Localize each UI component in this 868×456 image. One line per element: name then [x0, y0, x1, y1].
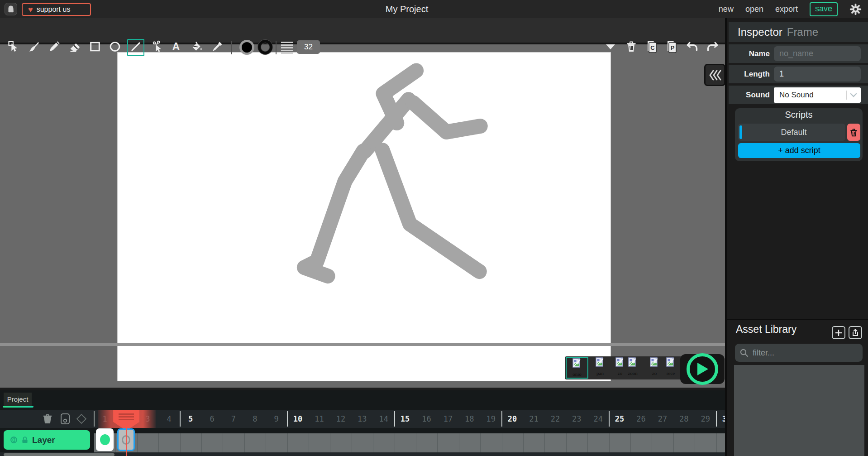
- frame-number-29[interactable]: 29: [695, 410, 716, 428]
- pencil-tool-button[interactable]: [46, 39, 63, 56]
- frame-number-9[interactable]: 9: [266, 410, 287, 428]
- ellipse-tool-button[interactable]: [106, 39, 124, 56]
- line-tool-button[interactable]: [127, 39, 144, 56]
- cell-line: [609, 433, 610, 452]
- export-asset-button[interactable]: [849, 326, 862, 339]
- script-name: Default: [742, 128, 845, 137]
- stroke-width-input[interactable]: 32: [297, 40, 320, 54]
- play-icon: [696, 362, 709, 376]
- copy-button[interactable]: C: [644, 40, 660, 55]
- more-options-button[interactable]: [602, 40, 619, 55]
- frame-tick: [609, 411, 610, 427]
- eyedropper-tool-button[interactable]: [209, 39, 226, 56]
- drawing-canvas[interactable]: [117, 52, 611, 381]
- broken-image-icon: [650, 357, 659, 368]
- fill-color-button[interactable]: [239, 40, 254, 55]
- settings-button[interactable]: [849, 3, 862, 15]
- rectangle-tool-button[interactable]: [86, 39, 104, 56]
- path-cursor-tool-button[interactable]: [149, 39, 166, 56]
- broken-image-icon: [572, 358, 582, 369]
- brush-tool-button[interactable]: [25, 39, 43, 56]
- tool-bar: A 32 C P: [0, 18, 725, 44]
- delete-script-button[interactable]: [847, 124, 860, 141]
- frame-number-4[interactable]: 4: [158, 410, 180, 428]
- frame-cell-1-filled[interactable]: [96, 428, 114, 451]
- nav-thumbnail-onio[interactable]: onio: [566, 357, 588, 379]
- frame-number-19[interactable]: 19: [480, 410, 501, 428]
- select-divider: [846, 91, 847, 100]
- delete-button[interactable]: [623, 40, 639, 55]
- canvas-scrollbar[interactable]: [0, 343, 725, 346]
- frame-number-21[interactable]: 21: [523, 410, 544, 428]
- cell-line: [180, 433, 181, 452]
- cell-line: [395, 433, 395, 452]
- paste-button[interactable]: P: [663, 40, 680, 55]
- frame-number-24[interactable]: 24: [587, 410, 609, 428]
- script-item-default[interactable]: Default: [738, 124, 845, 141]
- support-us-button[interactable]: ♥ support us: [22, 3, 91, 16]
- sound-select[interactable]: No Sound: [774, 87, 861, 103]
- layer-lock-icon[interactable]: [21, 436, 29, 444]
- wick-logo-icon: [6, 5, 15, 14]
- frame-number-20[interactable]: 20: [502, 410, 523, 428]
- frame-number-23[interactable]: 23: [566, 410, 587, 428]
- asset-list[interactable]: [734, 365, 864, 456]
- delete-frame-button[interactable]: [41, 413, 54, 425]
- frame-number-28[interactable]: 28: [673, 410, 695, 428]
- frame-number-13[interactable]: 13: [352, 410, 373, 428]
- trash-icon: [626, 41, 637, 54]
- eraser-tool-button[interactable]: [67, 39, 84, 56]
- path-cursor-icon: [151, 40, 164, 55]
- frame-number-11[interactable]: 11: [309, 410, 330, 428]
- collapse-panel-button[interactable]: [704, 64, 725, 86]
- onion-skin-button[interactable]: [59, 413, 72, 425]
- layer-visibility-icon[interactable]: [10, 436, 18, 444]
- length-input[interactable]: [774, 67, 861, 82]
- frame-number-17[interactable]: 17: [437, 410, 458, 428]
- frame-number-12[interactable]: 12: [330, 410, 351, 428]
- play-button[interactable]: [680, 354, 725, 384]
- add-script-button[interactable]: + add script: [738, 143, 860, 158]
- frame-number-25[interactable]: 25: [609, 410, 630, 428]
- selection-tool-button[interactable]: [5, 39, 22, 56]
- frame-number-18[interactable]: 18: [459, 410, 480, 428]
- asset-filter-input[interactable]: [753, 348, 858, 358]
- new-button[interactable]: new: [719, 5, 734, 14]
- frame-number-7[interactable]: 7: [223, 410, 244, 428]
- frame-number-6[interactable]: 6: [201, 410, 223, 428]
- nav-thumbnail-pan[interactable]: pan: [590, 357, 610, 379]
- text-tool-button[interactable]: A: [167, 39, 185, 56]
- stroke-color-button[interactable]: [258, 40, 272, 54]
- play-circle: [687, 353, 718, 385]
- layer-name: Layer: [32, 435, 55, 445]
- frame-number-8[interactable]: 8: [244, 410, 266, 428]
- export-button[interactable]: export: [775, 5, 798, 14]
- wick-logo[interactable]: [5, 3, 17, 15]
- layer-track[interactable]: [94, 433, 725, 452]
- nav-thumbnail-zoon[interactable]: zoon: [623, 357, 643, 379]
- add-asset-button[interactable]: [832, 326, 845, 339]
- nav-thumbnail-rece[interactable]: rece: [661, 357, 681, 379]
- redo-button[interactable]: [704, 40, 720, 55]
- frame-number-15[interactable]: 15: [395, 410, 416, 428]
- timeline-scrollbar-thumb[interactable]: [4, 453, 114, 456]
- playhead-needle[interactable]: [126, 427, 127, 456]
- undo-button[interactable]: [684, 40, 701, 55]
- frame-number-30[interactable]: 30: [716, 410, 725, 428]
- tab-project[interactable]: Project: [4, 393, 32, 406]
- fill-bucket-icon: [191, 40, 203, 55]
- save-button[interactable]: save: [810, 2, 838, 16]
- frame-number-14[interactable]: 14: [373, 410, 394, 428]
- add-keyframe-button[interactable]: [75, 413, 88, 425]
- frame-number-27[interactable]: 27: [652, 410, 673, 428]
- fill-bucket-tool-button[interactable]: [188, 39, 205, 56]
- name-input[interactable]: [774, 46, 861, 61]
- frame-number-5[interactable]: 5: [180, 410, 201, 428]
- layer-label[interactable]: Layer: [4, 430, 90, 450]
- frame-number-10[interactable]: 10: [287, 410, 309, 428]
- cell-line: [137, 433, 138, 452]
- open-button[interactable]: open: [745, 5, 763, 14]
- frame-number-26[interactable]: 26: [630, 410, 652, 428]
- frame-number-22[interactable]: 22: [544, 410, 566, 428]
- frame-number-16[interactable]: 16: [416, 410, 437, 428]
